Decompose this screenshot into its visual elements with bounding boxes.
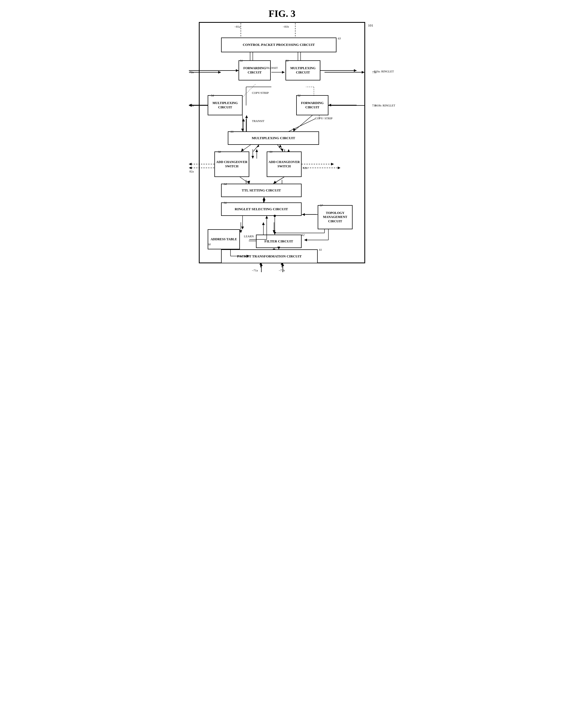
svg-marker-84 (302, 213, 305, 216)
ref-71a: ~71a (252, 269, 258, 272)
fig-title: FIG. 3 (188, 8, 376, 19)
svg-marker-76 (241, 227, 244, 229)
svg-marker-44 (338, 167, 341, 169)
svg-marker-128 (263, 200, 265, 202)
svg-marker-74 (263, 197, 265, 200)
svg-marker-42 (189, 167, 191, 169)
ref-62: 62 (302, 233, 305, 236)
svg-marker-96 (281, 263, 284, 266)
ref-55: 55 (230, 130, 233, 133)
svg-marker-114 (257, 145, 259, 147)
ref-82a: 82a (189, 170, 194, 173)
diagram-wrapper: 101 (188, 22, 376, 263)
svg-marker-104 (236, 69, 238, 72)
svg-marker-106 (241, 129, 244, 131)
ref-54: 54 (211, 94, 214, 97)
copy-strip-bottom-label: COPY/ STRIP (315, 117, 333, 120)
svg-marker-108 (245, 115, 248, 118)
svg-marker-124 (247, 181, 250, 184)
ref-81b: ~81b (283, 25, 289, 28)
svg-marker-116 (280, 149, 284, 151)
svg-marker-102 (329, 104, 331, 106)
ref-72a: 72a (189, 71, 194, 74)
ringlet-selecting-block: RINGLET SELECTING CIRCUIT (221, 202, 302, 216)
ref-71b: ~71b (279, 269, 285, 272)
svg-line-111 (241, 145, 250, 151)
multiplexing-b-block: MULTIPLEXING CIRCUIT (208, 95, 242, 115)
filter-circuit-block: FILTER CIRCUIT (256, 235, 302, 248)
svg-marker-59 (272, 230, 275, 233)
ref-59: 59 (269, 150, 272, 153)
svg-marker-57 (262, 222, 265, 225)
multiplexing-c-block: MULTIPLEXING CIRCUIT (228, 131, 319, 145)
svg-marker-118 (279, 145, 281, 148)
ref-60: 60 (208, 243, 211, 246)
transit-top-label: TRANSIT (265, 66, 278, 69)
ringlet-b-label: 910b: RINGLET (375, 104, 395, 107)
ref-58: 58 (218, 150, 221, 153)
svg-line-123 (240, 177, 249, 184)
ref-64: 64 (224, 182, 227, 186)
ref-56: 56 (224, 201, 227, 204)
address-table-block: ADDRESS TABLE (208, 229, 240, 249)
topology-mgmt-block: TOPOLOGY MANAGEMENT CIRCUIT (318, 205, 353, 229)
ringlet-a-label: 910a: RINGLET (374, 70, 394, 73)
svg-marker-54 (239, 230, 242, 233)
ref-57: 57 (320, 204, 323, 207)
control-packet-block: CONTROL PACKET PROCESSING CIRCUIT (221, 38, 337, 52)
svg-marker-36 (255, 149, 258, 152)
learn-label: LEARN (244, 235, 254, 238)
svg-marker-120 (189, 163, 191, 165)
svg-marker-79 (265, 216, 268, 219)
forwarding-a-block: FORWARDING CIRCUIT (238, 60, 271, 80)
svg-marker-87 (304, 239, 307, 241)
svg-marker-15 (218, 71, 221, 74)
svg-line-115 (277, 145, 283, 151)
svg-marker-34 (251, 156, 254, 159)
transit-bottom-label: TRANSIT (252, 119, 264, 123)
copy-strip-top-label: COPY/STRIP (252, 91, 268, 94)
svg-marker-30 (242, 119, 245, 121)
add-changeover-b-block: ADD CHANGEOVER SWITCH (267, 151, 302, 177)
svg-marker-19 (362, 71, 364, 74)
svg-marker-126 (273, 181, 276, 184)
svg-line-125 (273, 177, 284, 184)
forwarding-b-block: FORWARDING CIRCUIT (296, 95, 329, 115)
add-changeover-a-block: ADD CHANGEOVER SWITCH (214, 151, 249, 177)
page: FIG. 3 101 (188, 5, 376, 263)
svg-marker-110 (293, 128, 296, 131)
ref-51: 51 (240, 59, 243, 62)
svg-line-109 (294, 115, 312, 131)
packet-transform-block: PACKET TRANSFORMATION CIRCUIT (221, 249, 318, 263)
ref-52: 52 (298, 94, 301, 97)
ttl-setting-block: TTL SETTING CIRCUIT (221, 184, 302, 197)
svg-marker-112 (241, 148, 244, 151)
svg-line-117 (280, 145, 283, 151)
svg-marker-13 (282, 71, 285, 74)
ref-53: 53 (286, 59, 289, 62)
ref-82b: 82b (303, 166, 308, 169)
multiplexing-a-block: MULTIPLEXING CIRCUIT (286, 60, 321, 80)
svg-marker-82 (273, 232, 276, 235)
svg-marker-100 (354, 69, 357, 72)
ref-72b: 72b (189, 104, 194, 107)
svg-marker-94 (260, 263, 263, 266)
ref-63: 63 (338, 37, 341, 40)
ref-101: 101 (368, 23, 374, 28)
main-box: CONTROL PACKET PROCESSING CIRCUIT 63 ~81… (199, 22, 365, 263)
svg-marker-122 (331, 163, 334, 165)
ref-81a: ~81a (234, 25, 240, 28)
ref-61: 61 (319, 248, 322, 251)
svg-line-113 (253, 145, 259, 151)
